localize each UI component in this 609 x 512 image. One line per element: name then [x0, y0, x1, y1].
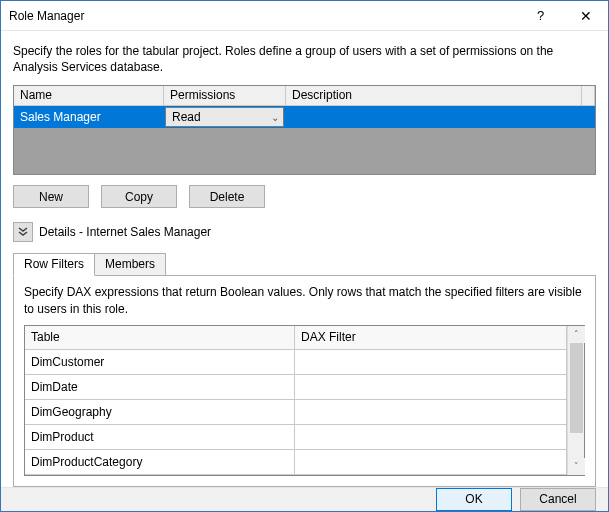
delete-button[interactable]: Delete: [189, 185, 265, 208]
details-toggle-button[interactable]: [13, 222, 33, 242]
dax-filter-cell[interactable]: [295, 425, 567, 450]
dialog-content: Specify the roles for the tabular projec…: [1, 31, 608, 487]
role-name-cell[interactable]: Sales Manager: [14, 106, 164, 128]
chevron-down-icon: ˅: [574, 461, 579, 471]
table-name-cell[interactable]: DimGeography: [25, 400, 295, 425]
close-icon: ✕: [580, 8, 592, 24]
intro-text: Specify the roles for the tabular projec…: [13, 43, 596, 75]
tab-panel-row-filters: Specify DAX expressions that return Bool…: [13, 275, 596, 486]
table-row[interactable]: DimGeography: [25, 400, 567, 425]
dax-filter-cell[interactable]: [295, 450, 567, 475]
dialog-footer: OK Cancel: [1, 487, 608, 511]
ok-button[interactable]: OK: [436, 488, 512, 511]
chevron-down-icon: ⌄: [271, 112, 279, 123]
tabs-area: Row Filters Members Specify DAX expressi…: [13, 252, 596, 486]
help-icon: ?: [537, 8, 544, 23]
table-name-cell[interactable]: DimDate: [25, 375, 295, 400]
tab-row-filters[interactable]: Row Filters: [13, 253, 95, 276]
roles-grid-body: Sales Manager Read ⌄: [14, 106, 595, 174]
table-row[interactable]: DimCustomer: [25, 350, 567, 375]
double-chevron-down-icon: [17, 226, 29, 238]
scroll-thumb[interactable]: [570, 343, 583, 433]
filter-grid-cols: Table DAX Filter DimCustomer DimDate: [25, 326, 567, 475]
filter-grid-body: DimCustomer DimDate DimGeography: [25, 350, 567, 475]
filter-grid[interactable]: Table DAX Filter DimCustomer DimDate: [24, 325, 585, 476]
role-manager-dialog: Role Manager ? ✕ Specify the roles for t…: [0, 0, 609, 512]
role-description-cell[interactable]: [286, 106, 585, 128]
cancel-button[interactable]: Cancel: [520, 488, 596, 511]
titlebar: Role Manager ? ✕: [1, 1, 608, 31]
roles-grid[interactable]: Name Permissions Description Sales Manag…: [13, 85, 596, 175]
filter-scrollbar[interactable]: ˄ ˅: [567, 326, 584, 475]
table-name-cell[interactable]: DimCustomer: [25, 350, 295, 375]
copy-button[interactable]: Copy: [101, 185, 177, 208]
tabs: Row Filters Members: [13, 253, 596, 276]
column-header-description[interactable]: Description: [286, 86, 582, 105]
table-row[interactable]: DimProduct: [25, 425, 567, 450]
table-name-cell[interactable]: DimProductCategory: [25, 450, 295, 475]
dax-filter-cell[interactable]: [295, 375, 567, 400]
column-header-permissions[interactable]: Permissions: [164, 86, 286, 105]
table-row[interactable]: DimDate: [25, 375, 567, 400]
details-header: Details - Internet Sales Manager: [13, 222, 596, 242]
scroll-track[interactable]: [568, 343, 584, 458]
table-name-cell[interactable]: DimProduct: [25, 425, 295, 450]
close-button[interactable]: ✕: [563, 1, 608, 30]
help-button[interactable]: ?: [518, 1, 563, 30]
tab-members[interactable]: Members: [94, 253, 166, 276]
dax-filter-cell[interactable]: [295, 350, 567, 375]
chevron-up-icon: ˄: [574, 329, 579, 339]
scroll-down-button[interactable]: ˅: [568, 458, 585, 475]
table-row[interactable]: DimProductCategory: [25, 450, 567, 475]
roles-grid-header: Name Permissions Description: [14, 86, 595, 106]
tab-intro-text: Specify DAX expressions that return Bool…: [24, 284, 585, 316]
role-buttons-row: New Copy Delete: [13, 185, 596, 208]
role-permission-cell[interactable]: Read ⌄: [164, 106, 286, 128]
column-header-spacer: [582, 86, 595, 105]
scroll-up-button[interactable]: ˄: [568, 326, 585, 343]
new-button[interactable]: New: [13, 185, 89, 208]
details-label: Details - Internet Sales Manager: [39, 225, 211, 239]
filter-grid-header: Table DAX Filter: [25, 326, 567, 350]
dax-filter-cell[interactable]: [295, 400, 567, 425]
column-header-dax[interactable]: DAX Filter: [295, 326, 567, 350]
column-header-name[interactable]: Name: [14, 86, 164, 105]
column-header-table[interactable]: Table: [25, 326, 295, 350]
window-title: Role Manager: [9, 9, 518, 23]
permission-dropdown[interactable]: Read ⌄: [165, 107, 284, 127]
role-row-end: [585, 106, 595, 128]
permission-value: Read: [172, 110, 201, 124]
role-row[interactable]: Sales Manager Read ⌄: [14, 106, 595, 128]
